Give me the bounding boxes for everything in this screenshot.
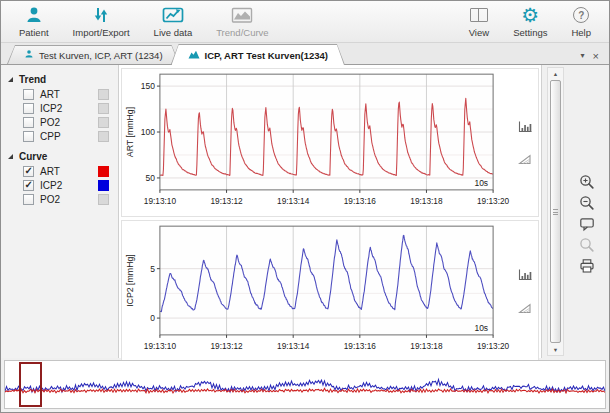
svg-text:10s: 10s (474, 178, 488, 188)
view-label: View (469, 27, 489, 38)
overview-waveform (5, 361, 605, 408)
art-waveform-chart: 5010015019:13:1019:13:1219:13:1419:13:16… (122, 69, 512, 214)
color-swatch (98, 103, 109, 114)
trend-section-header[interactable]: Trend (1, 72, 118, 88)
live-data-icon (162, 5, 184, 25)
row-label: ICP2 (40, 180, 62, 191)
svg-text:100: 100 (141, 127, 155, 137)
svg-text:10s: 10s (474, 323, 488, 333)
tab-icp-art-active[interactable]: ICP, ART Test Kurven(1234) (171, 44, 345, 65)
live-data-button[interactable]: Live data (146, 1, 201, 42)
svg-text:19:13:12: 19:13:12 (210, 342, 243, 351)
trend-row-po2: PO2 (1, 116, 118, 130)
main-content: Trend ART ICP2 PO2 CPP (1, 65, 609, 358)
svg-text:0: 0 (150, 313, 155, 323)
view-button[interactable]: View (461, 1, 497, 42)
row-label: PO2 (40, 194, 60, 205)
row-label: ART (40, 166, 60, 177)
section-label: Curve (19, 151, 47, 162)
curve-section-header[interactable]: Curve (1, 149, 118, 165)
patient-label: Patient (19, 27, 49, 38)
bar-chart-icon[interactable] (516, 266, 534, 283)
expander-icon (8, 154, 13, 159)
trend-art-checkbox[interactable] (23, 89, 34, 100)
slope-icon[interactable] (516, 299, 534, 316)
import-export-icon (91, 5, 111, 25)
signal-sidebar: Trend ART ICP2 PO2 CPP (1, 65, 119, 358)
help-button[interactable]: ? Help (563, 1, 599, 42)
svg-text:19:13:20: 19:13:20 (477, 342, 510, 351)
settings-label: Settings (513, 27, 547, 38)
svg-text:19:13:12: 19:13:12 (210, 197, 243, 206)
close-icon[interactable]: × (593, 52, 599, 60)
patient-icon (24, 5, 44, 25)
svg-text:ICP2 [mmHg]: ICP2 [mmHg] (125, 254, 135, 307)
patient-button[interactable]: Patient (11, 1, 57, 42)
curve-icp2-checkbox[interactable] (23, 180, 34, 191)
row-label: ART (40, 89, 60, 100)
app-window: Patient Import/Export Live data Trend/Cu… (0, 0, 610, 413)
chart-tool-buttons (564, 65, 609, 358)
settings-button[interactable]: ⚙ Settings (505, 1, 555, 42)
timeline-overview[interactable] (4, 360, 606, 409)
tab-test-kurven[interactable]: Test Kurven, ICP, ART (1234) (7, 45, 180, 64)
chart-side-buttons (512, 69, 538, 216)
trend-row-icp2: ICP2 (1, 102, 118, 116)
color-swatch (98, 131, 109, 142)
row-label: PO2 (40, 117, 60, 128)
help-icon: ? (573, 5, 589, 25)
svg-text:19:13:10: 19:13:10 (144, 342, 177, 351)
trend-curve-button[interactable]: Trend/Curve (208, 1, 276, 42)
scroll-up-icon[interactable]: ▲ (553, 68, 558, 79)
curve-row-po2: PO2 (1, 193, 118, 207)
print-icon[interactable] (578, 257, 596, 274)
gear-icon: ⚙ (521, 5, 539, 25)
svg-text:19:13:10: 19:13:10 (144, 197, 177, 206)
zoom-out-icon[interactable] (578, 194, 596, 211)
scroll-down-icon[interactable]: ▼ (553, 344, 558, 355)
import-export-button[interactable]: Import/Export (65, 1, 138, 42)
timeline-selection-handle[interactable] (19, 362, 42, 407)
toolbar: Patient Import/Export Live data Trend/Cu… (1, 1, 609, 43)
svg-text:19:13:18: 19:13:18 (410, 197, 443, 206)
trend-cpp-checkbox[interactable] (23, 131, 34, 142)
curve-row-art: ART (1, 165, 118, 179)
tab-controls: ▾ × (581, 51, 609, 64)
icp2-waveform-chart: 0519:13:1019:13:1219:13:1419:13:1619:13:… (122, 221, 512, 359)
trend-row-cpp: CPP (1, 130, 118, 144)
bar-chart-icon[interactable] (516, 118, 534, 135)
curve-art-checkbox[interactable] (23, 166, 34, 177)
scrollbar-thumb[interactable] (550, 80, 561, 343)
color-swatch (98, 166, 109, 177)
trend-row-art: ART (1, 88, 118, 102)
svg-text:19:13:18: 19:13:18 (410, 342, 443, 351)
svg-text:19:13:14: 19:13:14 (277, 197, 310, 206)
comment-icon[interactable] (578, 215, 596, 232)
art-chart-card: 5010015019:13:1019:13:1219:13:1419:13:16… (121, 68, 539, 217)
trend-curve-label: Trend/Curve (216, 27, 268, 38)
icp2-chart-card: 0519:13:1019:13:1219:13:1419:13:1619:13:… (121, 220, 539, 362)
trend-po2-checkbox[interactable] (23, 117, 34, 128)
slope-icon[interactable] (516, 151, 534, 168)
color-swatch (98, 117, 109, 128)
color-swatch (98, 89, 109, 100)
svg-text:5: 5 (150, 264, 155, 274)
zoom-in-icon[interactable] (578, 173, 596, 190)
vertical-scrollbar[interactable]: ▲ ▼ (547, 67, 564, 356)
toolbar-right-group: View ⚙ Settings ? Help (461, 1, 599, 42)
live-data-label: Live data (154, 27, 193, 38)
trend-icp2-checkbox[interactable] (23, 103, 34, 114)
svg-text:19:13:14: 19:13:14 (277, 342, 310, 351)
tab-patient-icon (24, 49, 34, 61)
tab-bar: Test Kurven, ICP, ART (1234) ICP, ART Te… (1, 43, 609, 65)
svg-text:19:13:16: 19:13:16 (344, 197, 377, 206)
color-swatch (98, 194, 109, 205)
import-export-label: Import/Export (73, 27, 130, 38)
toolbar-left-group: Patient Import/Export Live data Trend/Cu… (11, 1, 277, 42)
svg-text:19:13:20: 19:13:20 (477, 197, 510, 206)
tab-label: ICP, ART Test Kurven(1234) (205, 50, 328, 61)
search-icon[interactable] (578, 236, 596, 253)
tab-overflow-icon[interactable]: ▾ (581, 51, 585, 60)
help-label: Help (571, 27, 591, 38)
curve-po2-checkbox[interactable] (23, 194, 34, 205)
